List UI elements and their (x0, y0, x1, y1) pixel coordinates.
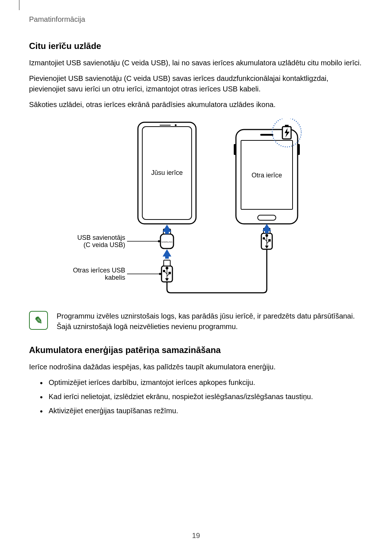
svg-point-11 (263, 238, 265, 239)
charging-diagram: Jūsu ierīce Otra ierīce SAMSUNG (29, 119, 363, 300)
charging-diagram-svg: Jūsu ierīce Otra ierīce SAMSUNG (65, 119, 327, 300)
side-button (298, 144, 300, 155)
leader-dot (159, 273, 161, 275)
usb-cable-label-l1: Otras ierīces USB (73, 267, 125, 274)
home-button (258, 215, 276, 220)
list-item: Aktivizējiet enerģijas taupīšanas režīmu… (40, 406, 363, 416)
usb-cable-plug-tip (164, 260, 170, 266)
arrow-up-stem (165, 255, 169, 259)
paragraph: Izmantojiet USB savienotāju (C veida USB… (29, 58, 363, 68)
note-text: Programmu izvēles uznirstošais logs, kas… (57, 311, 363, 332)
header-mark (19, 0, 20, 10)
leader-dot (158, 240, 160, 242)
svg-rect-12 (269, 239, 270, 241)
paragraph: Sākoties uzlādei, otras ierīces ekrānā p… (29, 99, 363, 110)
usb-cable-path (167, 249, 267, 293)
usb-connector-label-l2: (C veida USB) (83, 241, 125, 249)
svg-rect-5 (169, 272, 171, 274)
usb-cable-label-l2: kabelis (105, 274, 125, 281)
svg-point-8 (266, 234, 268, 237)
breadcrumb: Pamatinformācija (29, 15, 363, 24)
arrow-up-stem (265, 230, 269, 233)
arrow-up-stem (165, 230, 169, 234)
page-number: 19 (0, 532, 392, 540)
other-device-label: Otra ierīce (252, 172, 282, 179)
list-item: Optimizējiet ierīces darbību, izmantojot… (40, 377, 363, 388)
paragraph: Pievienojiet USB savienotāju (C veida US… (29, 73, 363, 94)
camera-dot (175, 124, 177, 126)
section-heading-charging: Citu ierīču uzlāde (29, 41, 363, 51)
svg-point-1 (166, 267, 168, 269)
battery-icon-tip (285, 125, 289, 127)
usb-connector-label-l1: USB savienotājs (77, 234, 125, 241)
samsung-label: SAMSUNG (162, 241, 173, 243)
paragraph: Ierīce nodrošina dažādas iespējas, kas p… (29, 362, 363, 372)
side-button (234, 144, 236, 155)
document-page: Pamatinformācija Citu ierīču uzlāde Izma… (0, 0, 392, 551)
section-heading-battery: Akumulatora enerģijas patēriņa samazināš… (29, 345, 363, 355)
note-icon: ✎ (29, 311, 48, 330)
bullet-list: Optimizējiet ierīces darbību, izmantojot… (29, 377, 363, 416)
list-item: Kad ierīci nelietojat, izslēdziet ekrānu… (40, 391, 363, 402)
your-device-label: Jūsu ierīce (151, 169, 183, 176)
note-block: ✎ Programmu izvēles uznirstošais logs, k… (29, 311, 363, 332)
speaker-slit (260, 134, 273, 136)
note-icon-glyph: ✎ (33, 315, 44, 327)
svg-point-4 (163, 270, 165, 272)
